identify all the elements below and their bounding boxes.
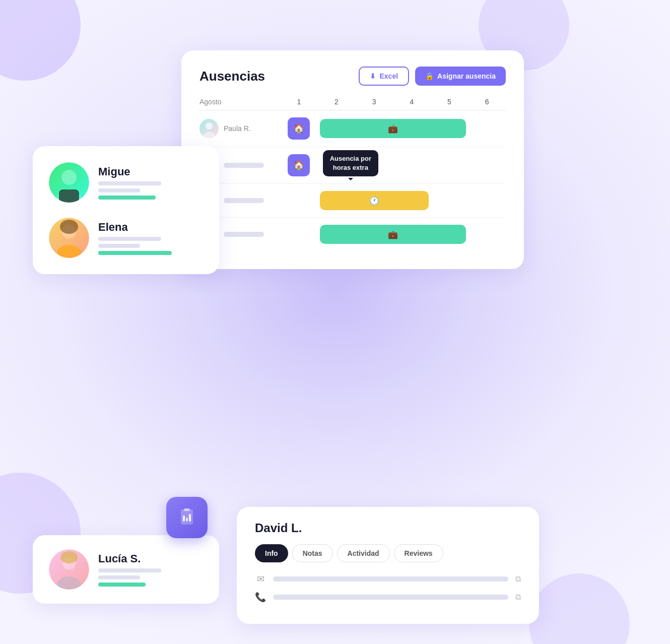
clipboard-chart-icon [177, 507, 197, 528]
absence-yellow-row3: 🕐 [320, 191, 429, 210]
tab-actividad[interactable]: Actividad [337, 544, 390, 562]
person-name-row4 [224, 232, 264, 237]
tab-notas-label: Notas [303, 549, 322, 557]
lock-icon: 🔒 [425, 72, 434, 80]
emp-line-2 [98, 188, 140, 192]
tab-actividad-label: Actividad [348, 549, 379, 557]
avatar-paula [199, 119, 219, 138]
calendar-month: Agosto [199, 98, 280, 106]
calendar-header-row: Agosto 1 2 3 4 5 6 [199, 98, 506, 110]
lucia-line-2 [98, 575, 140, 579]
avatar-elena [49, 218, 89, 258]
excel-button[interactable]: ⬇ Excel [359, 67, 409, 86]
emp-progress-lucia [98, 583, 146, 587]
emp-line-4 [98, 244, 140, 248]
svg-point-22 [60, 551, 78, 563]
emp-progress-miguel [98, 196, 156, 200]
lucia-card: Lucía S. [33, 535, 219, 604]
emp-info-lucia: Lucía S. [98, 552, 203, 587]
avatar-lucia [49, 549, 89, 590]
svg-rect-26 [183, 516, 185, 522]
cal-day-1: 1 [280, 98, 318, 106]
emp-info-miguel: Migue [98, 165, 203, 200]
emp-line-1 [98, 181, 161, 185]
copy-email-icon[interactable]: ⧉ [515, 574, 521, 584]
ausencias-card: Ausencias ⬇ Excel 🔒 Asignar ausencia Ago… [181, 50, 524, 269]
avatar-miguel [49, 162, 89, 203]
calendar-grid: Agosto 1 2 3 4 5 6 Paula R. [199, 98, 506, 251]
employee-list-card: Migue Elena [33, 146, 219, 274]
asignar-label: Asignar ausencia [437, 72, 496, 80]
svg-point-18 [60, 220, 78, 234]
absence-bar-row3: 🕐 [318, 191, 431, 210]
emp-line-3 [98, 237, 161, 241]
tooltip-text: Ausencia porhoras extra [330, 155, 371, 171]
person-name-paula: Paula R. [224, 124, 251, 133]
day-cell-paula-1: 🏠 [280, 117, 318, 140]
list-item: Lucía S. [49, 549, 203, 590]
table-row: 🏠 Ausencia porhoras extra [199, 147, 506, 184]
tab-reviews[interactable]: Reviews [394, 544, 443, 562]
cal-day-3: 3 [355, 98, 393, 106]
emp-info-elena: Elena [98, 221, 203, 255]
david-email-row: ✉ ⧉ [255, 573, 521, 585]
table-row: 💼 [199, 218, 506, 251]
svg-rect-27 [186, 518, 188, 522]
david-phone-value [273, 595, 508, 600]
day-cell-row2-1: 🏠 [280, 154, 318, 176]
cal-day-4: 4 [393, 98, 431, 106]
emp-name-miguel: Migue [98, 165, 203, 178]
emp-progress-elena [98, 251, 172, 255]
email-icon: ✉ [255, 573, 266, 585]
tab-notas[interactable]: Notas [292, 544, 333, 562]
excel-label: Excel [379, 72, 398, 80]
table-row: 🕐 [199, 184, 506, 218]
lucia-line-1 [98, 568, 161, 572]
absence-green-paula: 💼 [320, 119, 466, 138]
svg-rect-28 [189, 514, 191, 522]
briefcase-icon-paula: 💼 [388, 124, 398, 134]
absence-bar-paula: 💼 [318, 119, 468, 138]
emp-name-lucia: Lucía S. [98, 552, 203, 565]
svg-point-1 [206, 122, 213, 130]
svg-rect-25 [184, 508, 190, 511]
header-buttons: ⬇ Excel 🔒 Asignar ausencia [359, 67, 506, 86]
svg-point-13 [61, 170, 77, 185]
svg-rect-24 [181, 509, 193, 525]
david-email-value [273, 576, 508, 582]
list-item: Elena [49, 218, 203, 258]
list-item: Migue [49, 162, 203, 203]
cal-day-6: 6 [468, 98, 506, 106]
tooltip-ausencia: Ausencia porhoras extra [323, 150, 378, 176]
cal-day-5: 5 [431, 98, 468, 106]
copy-phone-icon[interactable]: ⧉ [515, 593, 521, 602]
david-card: David L. Info Notas Actividad Reviews ✉ … [237, 507, 539, 624]
home-icon-paula: 🏠 [288, 117, 310, 140]
clock-icon-row3: 🕐 [369, 196, 379, 206]
briefcase-icon-row4: 💼 [388, 230, 398, 239]
david-title: David L. [255, 521, 521, 535]
cal-day-2: 2 [318, 98, 356, 106]
ausencias-title: Ausencias [199, 69, 265, 84]
asignar-button[interactable]: 🔒 Asignar ausencia [415, 67, 506, 86]
tab-info-label: Info [265, 549, 278, 557]
phone-icon: 📞 [255, 592, 266, 603]
svg-rect-15 [59, 189, 79, 203]
david-phone-row: 📞 ⧉ [255, 592, 521, 603]
person-name-row2 [224, 163, 264, 168]
emp-name-elena: Elena [98, 221, 203, 234]
home-icon-row2: 🏠 [288, 154, 310, 176]
tabs-row: Info Notas Actividad Reviews [255, 544, 521, 562]
person-name-row3 [224, 198, 264, 203]
tab-info[interactable]: Info [255, 544, 288, 562]
person-cell-paula: Paula R. [199, 119, 280, 138]
excel-icon: ⬇ [370, 72, 376, 80]
floating-badge [166, 497, 208, 538]
table-row: Paula R. 🏠 💼 [199, 110, 506, 147]
tab-reviews-label: Reviews [405, 549, 433, 557]
absence-green-row4: 💼 [320, 225, 466, 244]
absence-bar-row4: 💼 [318, 225, 468, 244]
ausencias-header: Ausencias ⬇ Excel 🔒 Asignar ausencia [199, 67, 506, 86]
